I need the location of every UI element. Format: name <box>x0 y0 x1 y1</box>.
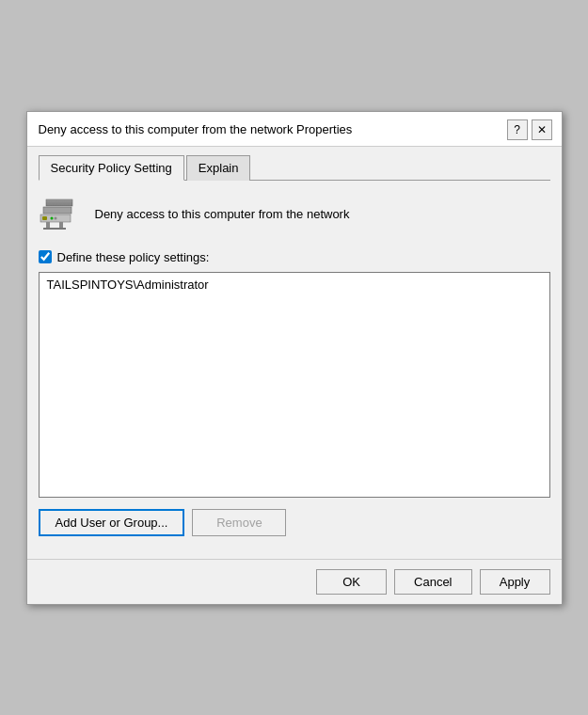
cancel-button[interactable]: Cancel <box>394 569 471 595</box>
title-bar: Deny access to this computer from the ne… <box>27 112 562 147</box>
svg-point-5 <box>50 216 53 219</box>
svg-point-6 <box>54 216 56 219</box>
users-listbox[interactable]: TAILSPINTOYS\Administrator <box>39 272 550 498</box>
svg-rect-1 <box>46 199 72 206</box>
action-buttons: Add User or Group... Remove <box>39 509 550 536</box>
bottom-buttons: OK Cancel Apply <box>27 559 562 604</box>
title-bar-buttons: ? ✕ <box>507 119 552 140</box>
svg-rect-4 <box>42 216 47 220</box>
define-settings-label: Define these policy settings: <box>57 250 210 264</box>
remove-button[interactable]: Remove <box>192 509 286 536</box>
dialog-title: Deny access to this computer from the ne… <box>39 122 507 136</box>
close-button[interactable]: ✕ <box>532 119 552 140</box>
policy-icon-area: Deny access to this computer from the ne… <box>39 192 550 237</box>
svg-rect-9 <box>43 228 66 230</box>
define-settings-checkbox[interactable] <box>39 250 52 263</box>
tab-explain[interactable]: Explain <box>186 155 251 181</box>
tab-bar: Security Policy Setting Explain <box>39 154 550 181</box>
main-dialog: Deny access to this computer from the ne… <box>26 111 563 605</box>
server-icon <box>39 196 84 233</box>
list-item[interactable]: TAILSPINTOYS\Administrator <box>43 277 546 293</box>
svg-rect-2 <box>43 207 72 214</box>
apply-button[interactable]: Apply <box>480 569 550 595</box>
svg-rect-8 <box>59 222 63 228</box>
add-user-group-button[interactable]: Add User or Group... <box>39 509 185 536</box>
ok-button[interactable]: OK <box>316 569 387 595</box>
dialog-body: Security Policy Setting Explain <box>27 147 562 559</box>
policy-description-text: Deny access to this computer from the ne… <box>95 207 350 221</box>
server-svg <box>39 196 84 233</box>
svg-rect-7 <box>46 222 50 228</box>
tab-security-policy-setting[interactable]: Security Policy Setting <box>39 155 184 181</box>
define-settings-row: Define these policy settings: <box>39 250 550 264</box>
help-button[interactable]: ? <box>507 119 528 140</box>
